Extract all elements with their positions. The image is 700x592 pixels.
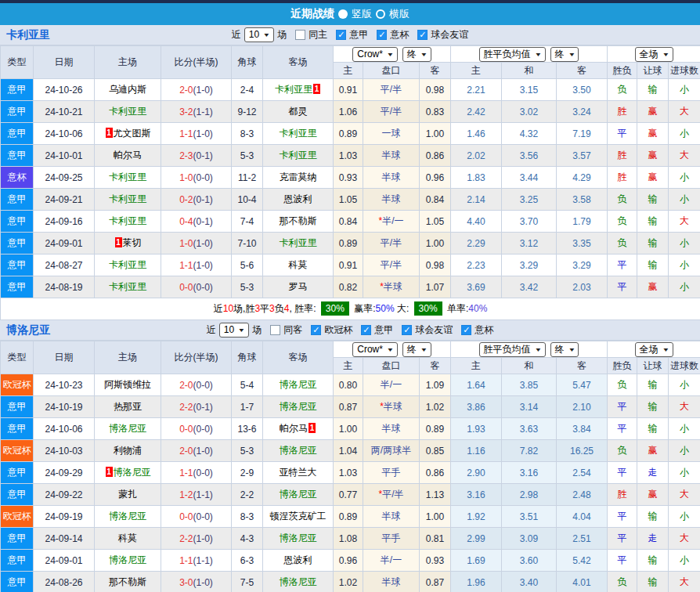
euro-home-odds: 2.99 (451, 528, 502, 550)
score-cell: 1-2(1-1) (161, 484, 232, 506)
match-filters: 近10▼场同主意甲意杯球会友谊 (232, 27, 468, 42)
euro-draw-odds: 3.12 (502, 233, 557, 254)
games-count-select[interactable]: 10▼ (244, 27, 274, 42)
filter-checkbox-label: 意杯 (474, 323, 493, 337)
vertical-layout-radio[interactable] (338, 9, 348, 19)
euro-home-odds: 1.92 (451, 506, 502, 528)
team-name-text: 卡利亚里 (109, 215, 146, 226)
chevron-down-icon: ▼ (662, 49, 669, 60)
filter-checkbox-3[interactable] (417, 30, 428, 40)
bookmaker-select[interactable]: Crow*▼ (352, 342, 398, 357)
filter-checkbox-1[interactable] (336, 30, 346, 40)
crow-period-select[interactable]: 终▼ (402, 342, 431, 357)
team-name-text: 卡利亚里 (280, 150, 317, 161)
result-handicap: 输 (637, 374, 669, 396)
result-handicap: 输 (637, 189, 669, 211)
result-wdl: 平 (608, 462, 637, 484)
team-filter-bar: 博洛尼亚近10▼场同客欧冠杯意甲球会友谊意杯 (0, 320, 700, 341)
euro-away-odds: 3.29 (557, 254, 608, 276)
column-header: 客场 (263, 46, 334, 79)
column-header: 角球 (232, 341, 263, 374)
filter-checkbox-0[interactable] (295, 30, 305, 40)
bookmaker-select[interactable]: Crow*▼ (352, 47, 398, 62)
filter-checkbox-2[interactable] (377, 30, 387, 40)
euro-draw-odds: 3.85 (502, 374, 557, 396)
euro-home-odds: 1.46 (451, 123, 502, 145)
team-name-text: 博洛尼亚 (114, 467, 151, 478)
scope-select[interactable]: 全场▼ (635, 342, 673, 357)
team-name-text: 卡利亚里 (109, 259, 146, 270)
crow-home-odds: 0.77 (334, 484, 363, 506)
crow-home-odds: 0.93 (334, 167, 363, 189)
scope-select[interactable]: 全场▼ (635, 47, 673, 62)
sub-column-header: 和 (502, 63, 557, 79)
league-badge: 意甲 (1, 528, 34, 550)
bookmaker-select-value: Crow* (357, 344, 383, 356)
summary-row: 近10场,胜3平3负4, 胜率: 30% 赢率:50% 大: 30% 单率:40… (1, 298, 700, 320)
filter-checkbox-1[interactable] (311, 325, 321, 335)
sub-column-header: 客 (420, 63, 451, 79)
filter-checkbox-2[interactable] (361, 325, 371, 335)
score-cell: 0-4(0-1) (161, 211, 232, 233)
date-cell: 24-10-03 (34, 440, 95, 462)
crow-period-select[interactable]: 终▼ (402, 47, 431, 62)
team-name-text: 乌迪内斯 (109, 84, 146, 95)
euro-period-select[interactable]: 终▼ (550, 342, 579, 357)
away-team-cell: 卡利亚里 (263, 233, 334, 254)
euro-home-odds: 3.16 (451, 484, 502, 506)
result-goals: 小 (669, 374, 700, 396)
result-goals: 小 (669, 462, 700, 484)
corner-cell: 5-3 (232, 276, 263, 298)
crow-away-odds: 0.98 (420, 254, 451, 276)
away-team-cell: 博洛尼亚 (263, 528, 334, 550)
fulltime-score: 1-1 (179, 128, 193, 139)
column-header: 类型 (1, 341, 34, 374)
crow-away-odds: 0.81 (420, 528, 451, 550)
summary-text: , 胜率: (289, 303, 318, 314)
away-team-cell: 科莫 (263, 254, 334, 276)
summary-text: 近 (214, 303, 223, 314)
odds-type-select[interactable]: 胜平负均值▼ (479, 342, 546, 357)
score-cell: 2-0(0-0) (161, 374, 232, 396)
crow-away-odds: 1.13 (420, 484, 451, 506)
result-handicap: 输 (637, 233, 669, 254)
handicap-cell: 半球 (363, 167, 420, 189)
filter-checkbox-label: 球会友谊 (415, 323, 453, 337)
crow-away-odds: 0.96 (420, 167, 451, 189)
euro-away-odds: 2.51 (557, 528, 608, 550)
league-badge: 欧冠杯 (1, 374, 34, 396)
corner-cell: 13-6 (232, 418, 263, 440)
result-handicap: 输 (637, 572, 669, 592)
league-badge: 意甲 (1, 418, 34, 440)
date-cell: 24-10-06 (34, 123, 95, 145)
euro-home-odds: 3.69 (451, 276, 502, 298)
league-badge: 意甲 (1, 396, 34, 418)
euro-home-odds: 2.29 (451, 233, 502, 254)
chevron-down-icon: ▼ (662, 344, 669, 356)
games-count-select-value: 10 (224, 324, 234, 336)
result-goals: 小 (669, 189, 700, 211)
team-name-text: 科莫 (289, 259, 308, 270)
euro-period-select[interactable]: 终▼ (550, 47, 579, 62)
horizontal-layout-radio[interactable] (376, 9, 385, 19)
crow-home-odds: 1.05 (334, 189, 363, 211)
result-goals: 小 (669, 123, 700, 145)
games-count-select[interactable]: 10▼ (219, 323, 249, 338)
chevron-down-icon: ▼ (420, 49, 428, 60)
result-goals: 大 (669, 528, 700, 550)
handicap-cell: 半球 (363, 189, 420, 211)
crow-home-odds: 1.04 (334, 440, 363, 462)
score-cell: 0-2(0-1) (161, 189, 232, 211)
odds-type-select[interactable]: 胜平负均值▼ (479, 47, 546, 62)
euro-away-odds: 3.35 (557, 233, 608, 254)
filter-checkbox-3[interactable] (402, 325, 412, 335)
handicap-cell: 半/一 (363, 374, 420, 396)
result-handicap: 赢 (637, 276, 669, 298)
halftime-score: (0-1) (193, 150, 213, 161)
filter-checkbox-0[interactable] (270, 325, 280, 335)
date-cell: 24-09-21 (34, 189, 95, 211)
table-row: 意甲24-09-011莱切1-0(1-0)7-10卡利亚里0.89平/半1.00… (1, 233, 700, 254)
score-cell: 0-0(0-0) (161, 506, 232, 528)
euro-away-odds: 3.24 (557, 101, 608, 123)
filter-checkbox-4[interactable] (461, 325, 471, 335)
